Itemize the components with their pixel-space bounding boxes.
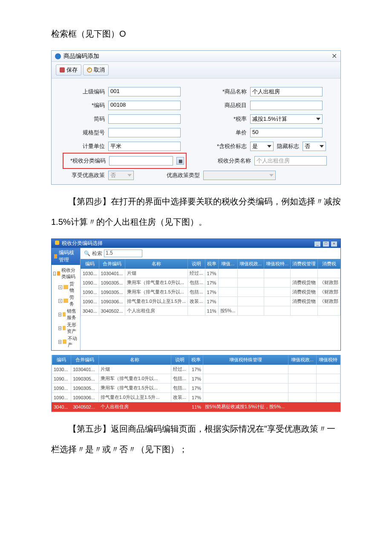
- cell: [188, 306, 205, 316]
- table-row[interactable]: 1090...1090306...排气量在1.0升以上至1.5升...改装...…: [52, 393, 340, 402]
- col-vat-special[interactable]: 增值税特殊管理: [203, 355, 288, 365]
- cell: [237, 306, 264, 316]
- sidebar-header: 编码核管理: [52, 248, 80, 265]
- collapse-icon[interactable]: -: [53, 272, 56, 276]
- table-row[interactable]: 3040...3040502...个人出租住房11%按5%...: [81, 306, 340, 316]
- product-name-input[interactable]: 个人出租房: [250, 87, 323, 96]
- cell: [203, 384, 288, 393]
- unit-input[interactable]: 平米: [108, 142, 181, 151]
- col-code[interactable]: 编码: [52, 355, 71, 365]
- table-row[interactable]: 1030...1030401...片烟经过...17%: [52, 365, 340, 374]
- col-name[interactable]: 名称: [125, 259, 188, 269]
- tree-node-1[interactable]: +货物: [58, 280, 78, 294]
- tax-inc-flag-select[interactable]: 是: [250, 142, 274, 151]
- cell: 片烟: [125, 269, 188, 278]
- cell: 17%: [189, 365, 203, 374]
- cell: [288, 384, 317, 393]
- cell: [288, 393, 317, 402]
- maximize-icon[interactable]: □: [323, 241, 329, 247]
- col-merge-code[interactable]: 合并编码: [71, 355, 99, 365]
- short-code-input[interactable]: [108, 114, 181, 124]
- table-row[interactable]: 1030...1030401...片烟经过...17%: [81, 269, 340, 278]
- result-table-wrap: 编码 合并编码 名称 说明 税率 增值税特殊管理 增值税政... 增值税特 10…: [51, 355, 341, 412]
- col-vat-spec[interactable]: 增值税特...: [264, 259, 290, 269]
- code-input[interactable]: 00108: [108, 101, 181, 110]
- search-input[interactable]: 1.5: [104, 250, 142, 257]
- cell: 个人出租住房: [98, 402, 171, 412]
- preferential-value: 否: [110, 171, 116, 179]
- search-icon: 🔍: [84, 250, 90, 256]
- cell: [218, 297, 237, 306]
- tax-class-name-input[interactable]: 个人出租住房: [254, 156, 327, 166]
- col-cons-mgmt[interactable]: 消费税管理: [291, 259, 318, 269]
- col-code[interactable]: 编码: [81, 259, 99, 269]
- tree-root[interactable]: -税收分类编码: [53, 267, 78, 280]
- cell: [288, 402, 317, 412]
- cell: 1030401...: [99, 269, 125, 278]
- col-desc[interactable]: 说明: [188, 259, 205, 269]
- hidden-flag-select[interactable]: 否: [303, 142, 326, 151]
- pref-type-select[interactable]: [203, 171, 276, 180]
- tax-rate-select[interactable]: 减按1.5%计算: [250, 114, 323, 124]
- selected-row[interactable]: 3040... 3040502... 个人出租住房 11% 按5%简易征收减按1…: [52, 402, 340, 412]
- cell: 17%: [205, 297, 218, 306]
- cell: [203, 393, 288, 402]
- cell: [316, 393, 340, 402]
- lookup-button[interactable]: ▦: [176, 157, 184, 165]
- product-tax-input[interactable]: [250, 101, 323, 110]
- form-area: 上级编码001 *商品名称个人出租房 *编码00108 商品税目 简码 *税率减…: [52, 78, 340, 184]
- expand-icon[interactable]: +: [58, 299, 62, 303]
- col-rate[interactable]: 税率: [205, 259, 218, 269]
- cell: [171, 402, 189, 412]
- col-vat-pol[interactable]: 增值税政...: [237, 259, 264, 269]
- table-row[interactable]: 1090...1090305...乘用车（排气量在1.0升以...包括...17…: [52, 374, 340, 384]
- table-row[interactable]: 1090...1090305...乘用车（排气量在1.5升以...包括...17…: [81, 288, 340, 297]
- tree-label: 无形资产: [67, 322, 78, 334]
- expand-icon[interactable]: +: [58, 313, 61, 317]
- parent-code-input[interactable]: 001: [108, 87, 181, 96]
- product-name-label: *商品名称: [206, 88, 247, 96]
- col-name[interactable]: 名称: [98, 355, 171, 365]
- cell: [203, 365, 288, 374]
- cell: [291, 306, 318, 316]
- cell: 改装...: [188, 297, 205, 306]
- col-vat[interactable]: 增值...: [218, 259, 237, 269]
- spec-input[interactable]: [108, 128, 181, 137]
- table-row[interactable]: 1090...1090305...乘用车（排气量在1.5升以...包括...17…: [52, 384, 340, 393]
- cancel-button[interactable]: 取消: [83, 64, 109, 76]
- unit-price-input[interactable]: 50: [250, 128, 323, 137]
- cell: 3040502...: [99, 306, 125, 316]
- cell: [218, 288, 237, 297]
- cell: 改装...: [171, 393, 189, 402]
- tree-node-4[interactable]: +无形资产: [58, 321, 78, 335]
- tree-node-5[interactable]: +不动产: [58, 335, 78, 349]
- col-rate[interactable]: 税率: [189, 355, 203, 365]
- tree-node-3[interactable]: +销售服务: [58, 308, 78, 321]
- col-cons-tax[interactable]: 消费税: [318, 259, 340, 269]
- folder-icon: [63, 312, 66, 317]
- minimize-icon[interactable]: _: [314, 241, 320, 247]
- col-vat-spec2[interactable]: 增值税特: [316, 355, 340, 365]
- save-button[interactable]: 保存: [56, 64, 81, 76]
- expand-icon[interactable]: +: [58, 340, 61, 344]
- cell: 1090305...: [99, 288, 125, 297]
- tree-node-2[interactable]: +劳务: [58, 294, 78, 308]
- tax-class-code-input[interactable]: [109, 156, 173, 166]
- col-desc[interactable]: 说明: [171, 355, 189, 365]
- col-vat-pol[interactable]: 增值税政...: [288, 355, 317, 365]
- close-icon[interactable]: ×: [331, 241, 337, 247]
- expand-icon[interactable]: +: [58, 326, 61, 330]
- table-row[interactable]: 1090...1090305...乘用车（排气量在1.0升以...包括...17…: [81, 278, 340, 288]
- tree-label: 税收分类编码: [61, 267, 78, 280]
- expand-icon[interactable]: +: [58, 285, 62, 289]
- cell: 1090306...: [99, 297, 125, 306]
- table-row[interactable]: 1090...1090306...排气量在1.0升以上至1.5升...改装...…: [81, 297, 340, 306]
- cell: 《财政部: [318, 297, 340, 306]
- preferential-select[interactable]: 否: [108, 171, 134, 180]
- close-icon[interactable]: ✕: [331, 52, 337, 60]
- cell: 1090305...: [71, 384, 99, 393]
- col-merge-code[interactable]: 合并编码: [99, 259, 125, 269]
- cancel-icon: [87, 67, 92, 73]
- cell: [316, 384, 340, 393]
- sidebar-title: 编码核管理: [59, 249, 78, 264]
